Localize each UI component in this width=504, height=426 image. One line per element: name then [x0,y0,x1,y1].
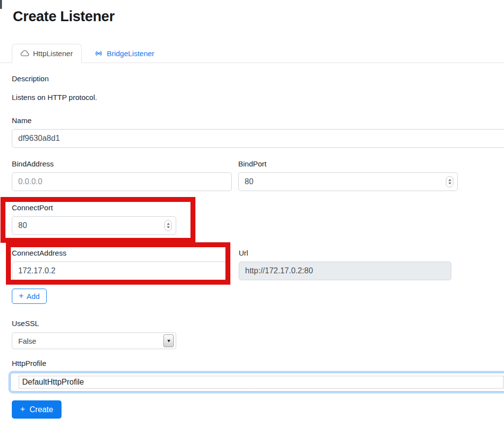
stepper-down-icon [448,183,451,185]
tab-label: HttpListener [33,49,73,58]
connect-port-input[interactable] [12,216,176,235]
cloud-icon [21,49,29,58]
http-profile-value[interactable]: DefaultHttpProfile [19,376,504,389]
connect-address-label: ConnectAddress [12,249,227,258]
description-label: Description [12,74,504,83]
broadcast-icon [94,49,103,58]
use-ssl-select[interactable]: False [12,332,176,349]
http-profile-input[interactable]: DefaultHttpProfile [10,373,504,392]
plus-icon: + [20,405,25,413]
stepper-up-icon [167,223,170,225]
bind-address-label: BindAddress [12,160,232,168]
name-label: Name [12,116,504,125]
listener-form: Description Listens on HTTP protocol. Na… [0,74,504,419]
corner-fragment [0,0,2,9]
bind-address-input[interactable] [12,172,232,191]
tab-bar: HttpListener BridgeListener [0,44,504,63]
create-button[interactable]: + Create [12,400,62,419]
stepper-up-icon [448,179,451,181]
url-readonly-input [239,262,451,280]
bind-port-stepper[interactable] [446,176,453,188]
url-label: Url [239,249,451,258]
stepper-down-icon [167,227,170,229]
connect-port-stepper[interactable] [164,220,172,231]
tab-label: BridgeListener [107,49,155,58]
name-input[interactable] [12,129,504,148]
tab-bridgelistener[interactable]: BridgeListener [86,44,163,63]
connect-port-label: ConnectPort [12,203,176,212]
plus-icon: + [19,292,24,300]
use-ssl-selected-value: False [18,337,36,345]
add-button-label: Add [27,292,40,300]
page-title: Create Listener [13,0,504,26]
create-button-label: Create [30,405,53,414]
tab-httplistener[interactable]: HttpListener [12,44,82,63]
http-profile-label: HttpProfile [12,359,504,368]
bind-port-input[interactable] [238,172,458,191]
connect-address-input[interactable] [12,262,227,280]
use-ssl-label: UseSSL [12,319,504,328]
add-button[interactable]: + Add [12,289,47,304]
description-text: Listens on HTTP protocol. [12,93,504,102]
bind-port-label: BindPort [238,160,458,168]
dropdown-arrow-icon [163,334,174,347]
